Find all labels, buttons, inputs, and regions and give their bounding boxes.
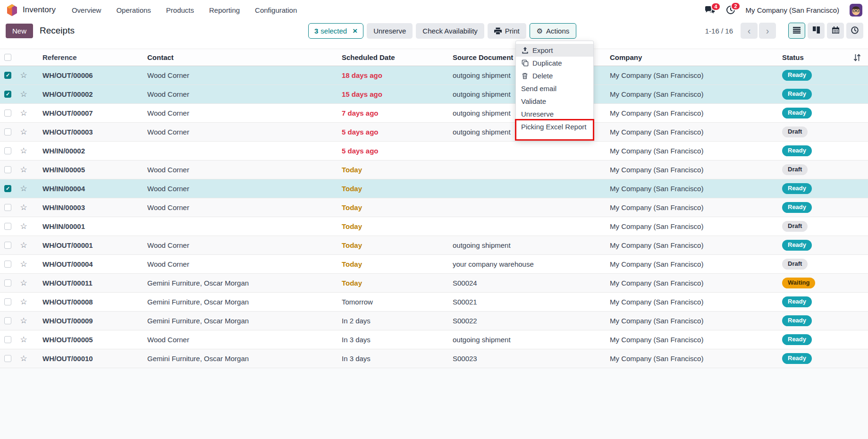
column-header-contact[interactable]: Contact [147, 53, 342, 61]
table-row[interactable]: ✓☆WH/OUT/00002Wood Corner15 days agooutg… [0, 85, 868, 104]
activities-icon[interactable]: 2 [726, 5, 735, 15]
table-row[interactable]: ☆WH/OUT/00004Wood CornerTodayyour compan… [0, 255, 868, 274]
favorite-star-icon[interactable]: ☆ [15, 165, 32, 175]
nav-menu-item-overview[interactable]: Overview [72, 6, 101, 14]
activity-view-button[interactable] [846, 23, 863, 39]
pager-previous-button[interactable]: ‹ [741, 23, 758, 39]
cell-status: Ready [782, 145, 868, 156]
menu-item-validate[interactable]: Validate [516, 95, 593, 108]
favorite-star-icon[interactable]: ☆ [15, 278, 32, 288]
app-name[interactable]: Inventory [23, 5, 56, 15]
cell-company: My Company (San Francisco) [610, 222, 782, 230]
table-row[interactable]: ☆WH/IN/000025 days agoMy Company (San Fr… [0, 142, 868, 160]
table-row[interactable]: ✓☆WH/IN/00004Wood CornerTodayMy Company … [0, 179, 868, 198]
favorite-star-icon[interactable]: ☆ [15, 335, 32, 345]
row-checkbox[interactable] [4, 261, 11, 268]
column-header-scheduled-date[interactable]: Scheduled Date [342, 53, 453, 61]
favorite-star-icon[interactable]: ☆ [15, 259, 32, 269]
row-checkbox[interactable] [4, 279, 11, 287]
cell-company: My Company (San Francisco) [610, 203, 782, 211]
clear-selection-icon[interactable]: × [353, 27, 357, 35]
menu-item-label: Picking Excel Report [521, 123, 586, 131]
favorite-star-icon[interactable]: ☆ [15, 89, 32, 99]
nav-menu-item-configuration[interactable]: Configuration [255, 6, 297, 14]
nav-menu-item-reporting[interactable]: Reporting [209, 6, 240, 14]
favorite-star-icon[interactable]: ☆ [15, 221, 32, 231]
cell-company: My Company (San Francisco) [610, 317, 782, 325]
calendar-view-button[interactable] [827, 23, 844, 39]
menu-item-delete[interactable]: Delete [516, 69, 593, 82]
avatar[interactable] [850, 4, 862, 17]
favorite-star-icon[interactable]: ☆ [15, 354, 32, 363]
menu-item-duplicate[interactable]: Duplicate [516, 57, 593, 69]
list-view-button[interactable] [788, 23, 805, 39]
table-row[interactable]: ☆WH/OUT/00003Wood Corner5 days agooutgoi… [0, 123, 868, 142]
nav-menu-item-products[interactable]: Products [166, 6, 194, 14]
table-row[interactable]: ☆WH/IN/00001TodayMy Company (San Francis… [0, 217, 868, 236]
print-button[interactable]: Print [488, 23, 526, 39]
table-row[interactable]: ☆WH/IN/00005Wood CornerTodayMy Company (… [0, 160, 868, 179]
cell-scheduled-date: 5 days ago [342, 128, 453, 136]
status-badge: Ready [782, 353, 812, 363]
row-checkbox[interactable] [4, 110, 11, 117]
row-checkbox[interactable] [4, 298, 11, 305]
company-switcher[interactable]: My Company (San Francisco) [746, 6, 839, 14]
row-checkbox[interactable] [4, 128, 11, 135]
favorite-star-icon[interactable]: ☆ [15, 316, 32, 326]
favorite-star-icon[interactable]: ☆ [15, 108, 32, 118]
menu-item-send-email[interactable]: Send email [516, 82, 593, 95]
table-row[interactable]: ☆WH/OUT/00009Gemini Furniture, Oscar Mor… [0, 312, 868, 330]
cell-contact: Wood Corner [147, 260, 342, 268]
inventory-app-icon[interactable] [6, 4, 18, 17]
cell-status: Ready [782, 353, 868, 363]
row-checkbox[interactable] [4, 223, 11, 230]
nav-menu-item-operations[interactable]: Operations [116, 6, 151, 14]
cell-reference: WH/OUT/00002 [32, 90, 147, 98]
menu-item-unreserve[interactable]: Unreserve [516, 108, 593, 120]
unreserve-button[interactable]: Unreserve [367, 23, 413, 39]
activity-view-icon [851, 26, 859, 35]
table-row[interactable]: ☆WH/IN/00003Wood CornerTodayMy Company (… [0, 198, 868, 217]
check-availability-button[interactable]: Check Availability [416, 23, 484, 39]
optional-columns-icon[interactable] [853, 53, 861, 63]
table-row[interactable]: ☆WH/OUT/00005Wood CornerIn 3 daysoutgoin… [0, 330, 868, 349]
favorite-star-icon[interactable]: ☆ [15, 184, 32, 194]
table-row[interactable]: ☆WH/OUT/00007Wood Corner7 days agooutgoi… [0, 104, 868, 123]
table-row[interactable]: ☆WH/OUT/00010Gemini Furniture, Oscar Mor… [0, 349, 868, 368]
cell-company: My Company (San Francisco) [610, 166, 782, 174]
table-row[interactable]: ☆WH/OUT/00008Gemini Furniture, Oscar Mor… [0, 293, 868, 312]
menu-item-export[interactable]: Export [516, 44, 593, 57]
messages-icon[interactable]: 4 [705, 6, 716, 15]
row-checkbox[interactable] [4, 355, 11, 362]
row-checkbox[interactable]: ✓ [4, 185, 11, 192]
cell-source-document: outgoing shipment [453, 336, 610, 344]
row-checkbox[interactable] [4, 242, 11, 249]
row-checkbox[interactable] [4, 147, 11, 154]
favorite-star-icon[interactable]: ☆ [15, 203, 32, 212]
favorite-star-icon[interactable]: ☆ [15, 297, 32, 307]
select-all-checkbox[interactable] [4, 54, 11, 61]
table-row[interactable]: ☆WH/OUT/00001Wood CornerTodayoutgoing sh… [0, 236, 868, 255]
favorite-star-icon[interactable]: ☆ [15, 240, 32, 250]
row-checkbox[interactable] [4, 166, 11, 173]
status-badge: Draft [782, 127, 808, 137]
row-checkbox[interactable] [4, 204, 11, 211]
pager-next-button[interactable]: › [759, 23, 776, 39]
favorite-star-icon[interactable]: ☆ [15, 146, 32, 156]
table-row[interactable]: ✓☆WH/OUT/00006Wood Corner18 days agooutg… [0, 66, 868, 85]
selection-chip[interactable]: 3 selected × [308, 23, 363, 39]
table-row[interactable]: ☆WH/OUT/00011Gemini Furniture, Oscar Mor… [0, 274, 868, 293]
favorite-star-icon[interactable]: ☆ [15, 127, 32, 137]
row-checkbox[interactable]: ✓ [4, 91, 11, 98]
column-header-company[interactable]: Company [610, 53, 782, 61]
row-checkbox[interactable]: ✓ [4, 72, 11, 79]
menu-item-picking-excel-report[interactable]: Picking Excel Report [516, 120, 593, 133]
favorite-star-icon[interactable]: ☆ [15, 70, 32, 80]
new-button[interactable]: New [6, 24, 33, 38]
row-checkbox[interactable] [4, 336, 11, 343]
kanban-view-button[interactable] [808, 23, 825, 39]
column-header-reference[interactable]: Reference [32, 53, 147, 61]
cell-contact: Gemini Furniture, Oscar Morgan [147, 317, 342, 325]
row-checkbox[interactable] [4, 317, 11, 324]
actions-button[interactable]: ⚙ Actions [530, 23, 577, 39]
